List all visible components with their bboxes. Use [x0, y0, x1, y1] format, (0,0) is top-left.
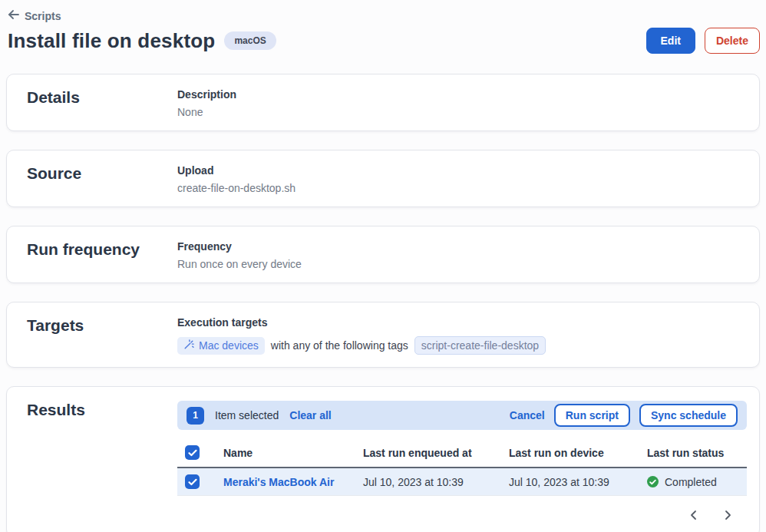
header-actions: Edit Delete: [646, 28, 760, 54]
tag-chip[interactable]: script-create-file-desktop: [414, 336, 546, 355]
selected-count-badge: 1: [187, 407, 204, 425]
details-heading: Details: [21, 88, 177, 118]
source-card: Source Upload create-file-on-desktop.sh: [6, 150, 760, 207]
column-header-on-device[interactable]: Last run on device: [509, 447, 647, 459]
cancel-link[interactable]: Cancel: [510, 409, 545, 421]
title-row: Install file on desktop macOS Edit Delet…: [8, 28, 760, 54]
sync-schedule-button[interactable]: Sync schedule: [639, 404, 738, 427]
platform-badge: macOS: [224, 31, 276, 50]
selection-actions: Cancel Run script Sync schedule: [510, 404, 738, 427]
back-to-scripts-link[interactable]: Scripts: [8, 9, 61, 22]
header-checkbox-cell: [177, 445, 223, 460]
frequency-label: Frequency: [177, 240, 747, 253]
results-content: 1 Item selected Clear all Cancel Run scr…: [177, 401, 747, 524]
upload-label: Upload: [177, 164, 747, 177]
next-page-button[interactable]: [721, 508, 735, 524]
chevron-left-icon: [688, 510, 699, 523]
frequency-value: Run once on every device: [177, 258, 747, 270]
targets-heading: Targets: [21, 316, 177, 355]
select-all-checkbox[interactable]: [185, 445, 200, 460]
run-frequency-content: Frequency Run once on every device: [177, 240, 747, 270]
targets-connector-text: with any of the following tags: [271, 339, 408, 352]
last-run-on-device-value: Jul 10, 2023 at 10:39: [509, 476, 647, 488]
selected-count-text: Item selected: [215, 409, 279, 421]
chevron-right-icon: [722, 510, 733, 523]
delete-button[interactable]: Delete: [705, 28, 760, 54]
run-frequency-card: Run frequency Frequency Run once on ever…: [6, 226, 760, 283]
table-header-row: Name Last run enqueued at Last run on de…: [177, 440, 747, 468]
row-checkbox-cell: [177, 474, 223, 489]
previous-page-button[interactable]: [687, 508, 701, 524]
back-link-label: Scripts: [25, 10, 61, 22]
execution-targets-label: Execution targets: [177, 316, 747, 329]
status-success-icon: [647, 476, 659, 487]
device-group-chip-label: Mac devices: [199, 339, 259, 352]
device-name-link[interactable]: Meraki's MacBook Air: [223, 476, 334, 488]
source-content: Upload create-file-on-desktop.sh: [177, 164, 747, 194]
results-card: Results 1 Item selected Clear all Cancel…: [6, 386, 760, 532]
upload-filename: create-file-on-desktop.sh: [177, 182, 747, 194]
results-heading: Results: [21, 401, 177, 524]
run-frequency-heading: Run frequency: [21, 240, 177, 270]
table-row[interactable]: Meraki's MacBook Air Jul 10, 2023 at 10:…: [177, 468, 747, 496]
magic-wand-icon: [183, 339, 194, 352]
device-group-chip[interactable]: Mac devices: [177, 337, 265, 355]
targets-content: Execution targets Mac devices with any o…: [177, 316, 747, 355]
column-header-status[interactable]: Last run status: [647, 447, 747, 459]
targets-line: Mac devices with any of the following ta…: [177, 336, 747, 355]
status-cell: Completed: [647, 476, 747, 488]
last-run-enqueued-value: Jul 10, 2023 at 10:39: [363, 476, 509, 488]
description-label: Description: [177, 88, 747, 101]
status-label: Completed: [665, 476, 717, 488]
edit-button[interactable]: Edit: [646, 28, 695, 54]
column-header-name[interactable]: Name: [223, 447, 363, 459]
script-detail-page: Scripts Install file on desktop macOS Ed…: [0, 0, 766, 532]
page-title: Install file on desktop: [8, 29, 215, 53]
clear-all-link[interactable]: Clear all: [289, 409, 331, 421]
run-script-button[interactable]: Run script: [554, 404, 630, 427]
description-value: None: [177, 106, 747, 118]
row-checkbox[interactable]: [185, 474, 200, 489]
targets-card: Targets Execution targets Mac devices wi…: [6, 302, 760, 368]
details-content: Description None: [177, 88, 747, 118]
pagination: [177, 508, 747, 524]
source-heading: Source: [21, 164, 177, 194]
arrow-left-icon: [8, 9, 20, 22]
selection-banner: 1 Item selected Clear all Cancel Run scr…: [177, 401, 747, 430]
page-header: Scripts Install file on desktop macOS Ed…: [0, 9, 766, 54]
column-header-enqueued[interactable]: Last run enqueued at: [363, 447, 509, 459]
results-table: Name Last run enqueued at Last run on de…: [177, 440, 747, 496]
details-card: Details Description None: [6, 74, 760, 131]
